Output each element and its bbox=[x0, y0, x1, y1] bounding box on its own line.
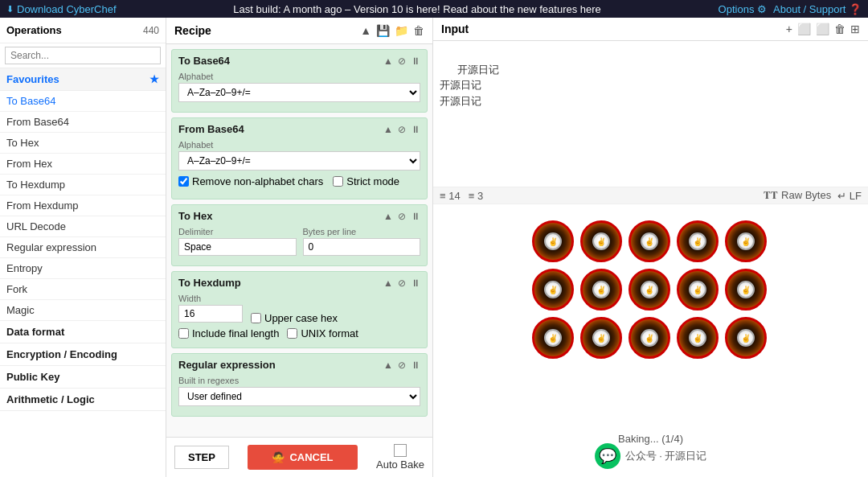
strict-mode-checkbox[interactable]: Strict mode bbox=[333, 175, 399, 187]
search-input[interactable] bbox=[5, 47, 161, 64]
op-from-base64-alphabet-field: Alphabet A–Za–z0–9+/= bbox=[178, 140, 420, 171]
sidebar-item-from-base64[interactable]: From Base64 bbox=[0, 112, 166, 133]
op-to-base64-alphabet-select[interactable]: A–Za–z0–9+/= bbox=[178, 83, 420, 102]
donut-8 bbox=[628, 269, 670, 310]
about-link[interactable]: About / Support ❓ bbox=[773, 3, 862, 15]
op-regex-built-in-select[interactable]: User defined bbox=[178, 387, 420, 406]
op-from-base64-header: From Base64 ▲ ⊘ ⏸ bbox=[178, 123, 420, 135]
minimize-icon[interactable]: ⬜ bbox=[797, 23, 811, 35]
cancel-button[interactable]: 🙅 CANCEL bbox=[248, 445, 357, 470]
chevron-up-icon[interactable]: ▲ bbox=[383, 124, 393, 135]
sidebar-item-to-hexdump[interactable]: To Hexdump bbox=[0, 175, 166, 195]
sidebar-category-data-format[interactable]: Data format bbox=[0, 321, 166, 343]
sidebar-category-encryption[interactable]: Encryption / Encoding bbox=[0, 343, 166, 366]
sidebar-item-magic[interactable]: Magic bbox=[0, 300, 166, 321]
chevron-up-icon[interactable]: ▲ bbox=[360, 24, 371, 37]
op-regex: Regular expression ▲ ⊘ ⏸ Built in regexe… bbox=[171, 353, 428, 417]
disable-icon[interactable]: ⊘ bbox=[398, 211, 406, 222]
cancel-emoji-icon: 🙅 bbox=[272, 451, 285, 463]
op-to-base64: To Base64 ▲ ⊘ ⏸ Alphabet A–Za–z0–9+/= bbox=[171, 49, 428, 113]
donut-11 bbox=[532, 317, 574, 359]
sidebar-item-to-base64[interactable]: To Base64 bbox=[0, 91, 166, 112]
pause-icon[interactable]: ⏸ bbox=[411, 124, 420, 135]
pause-icon[interactable]: ⏸ bbox=[411, 56, 420, 67]
pause-icon[interactable]: ⏸ bbox=[411, 211, 420, 222]
trash-icon[interactable]: 🗑 bbox=[413, 24, 424, 37]
favourites-star-icon: ★ bbox=[149, 73, 159, 85]
sidebar-count: 440 bbox=[143, 25, 159, 36]
op-to-hex-bpl-input[interactable] bbox=[303, 238, 421, 256]
recipe-title: Recipe bbox=[174, 24, 211, 37]
sidebar-item-from-hexdump[interactable]: From Hexdump bbox=[0, 195, 166, 216]
build-info: Last build: A month ago – Version 10 is … bbox=[233, 3, 600, 15]
op-to-base64-header: To Base64 ▲ ⊘ ⏸ bbox=[178, 55, 420, 67]
disable-icon[interactable]: ⊘ bbox=[398, 360, 406, 371]
donut-3 bbox=[628, 220, 670, 262]
upper-case-hex-checkbox[interactable]: Upper case hex bbox=[251, 312, 338, 324]
folder-icon[interactable]: 📁 bbox=[395, 24, 408, 37]
pause-icon[interactable]: ⏸ bbox=[411, 360, 420, 371]
op-to-hexdump-width-input[interactable] bbox=[178, 305, 243, 323]
op-to-hex-delimiter-field: Delimiter bbox=[178, 227, 297, 256]
pause-icon[interactable]: ⏸ bbox=[411, 278, 420, 289]
op-to-base64-title: To Base64 bbox=[178, 55, 230, 67]
recipe-footer: STEP 🙅 CANCEL Auto Bake bbox=[166, 437, 432, 477]
output-area: Baking... (1/4) 💬 公众号 · 开源日记 bbox=[433, 204, 868, 477]
auto-bake-checkbox[interactable] bbox=[394, 444, 407, 457]
format-label[interactable]: 𝐓𝐓 Raw Bytes bbox=[764, 189, 831, 202]
disable-icon[interactable]: ⊘ bbox=[398, 278, 406, 289]
input-textarea[interactable]: 开源日记 开源日记 开源日记 bbox=[433, 41, 868, 187]
op-to-hex-bytesperline-field: Bytes per line bbox=[303, 227, 421, 256]
input-title: Input bbox=[441, 23, 469, 35]
op-to-hexdump-row1: Width Upper case hex bbox=[178, 294, 420, 327]
trash-icon[interactable]: 🗑 bbox=[834, 23, 845, 35]
op-from-base64-alphabet-select[interactable]: A–Za–z0–9+/= bbox=[178, 151, 420, 171]
line-end-label[interactable]: ↵ LF bbox=[837, 190, 862, 202]
sidebar-item-entropy[interactable]: Entropy bbox=[0, 258, 166, 279]
chevron-up-icon[interactable]: ▲ bbox=[383, 278, 393, 289]
op-from-base64-alphabet-label: Alphabet bbox=[178, 140, 420, 150]
sidebar-item-fork[interactable]: Fork bbox=[0, 279, 166, 300]
unix-format-checkbox[interactable]: UNIX format bbox=[287, 327, 358, 339]
sidebar-search-container bbox=[0, 43, 166, 68]
op-from-base64: From Base64 ▲ ⊘ ⏸ Alphabet A–Za–z0–9+/= bbox=[171, 117, 428, 199]
op-to-hex-delimiter-input[interactable] bbox=[178, 238, 297, 256]
remove-non-alpha-checkbox[interactable]: Remove non-alphabet chars bbox=[178, 175, 323, 187]
chevron-up-icon[interactable]: ▲ bbox=[383, 211, 393, 222]
auto-bake-area[interactable]: Auto Bake bbox=[376, 444, 424, 471]
chevron-up-icon[interactable]: ▲ bbox=[383, 56, 393, 67]
op-to-hex-fields: Delimiter Bytes per line bbox=[178, 227, 420, 261]
top-bar: ⬇ Download CyberChef Last build: A month… bbox=[0, 0, 868, 18]
sidebar-items: Favourites ★ To Base64 From Base64 To He… bbox=[0, 68, 166, 477]
sidebar-item-url-decode[interactable]: URL Decode bbox=[0, 216, 166, 237]
donut-14 bbox=[677, 317, 719, 359]
add-input-icon[interactable]: + bbox=[786, 23, 792, 35]
sidebar-category-arithmetic[interactable]: Arithmetic / Logic bbox=[0, 389, 166, 411]
op-from-base64-title: From Base64 bbox=[178, 123, 244, 135]
split-icon[interactable]: ⬜ bbox=[816, 23, 829, 35]
op-to-hexdump-width-field: Width bbox=[178, 294, 243, 323]
donut-12 bbox=[580, 317, 622, 359]
disable-icon[interactable]: ⊘ bbox=[398, 56, 406, 67]
sidebar-category-public-key[interactable]: Public Key bbox=[0, 366, 166, 389]
op-to-base64-alphabet-field: Alphabet A–Za–z0–9+/= bbox=[178, 72, 420, 102]
sidebar-item-to-hex[interactable]: To Hex bbox=[0, 133, 166, 154]
donut-7 bbox=[580, 269, 622, 310]
sidebar-item-regex[interactable]: Regular expression bbox=[0, 237, 166, 258]
op-to-hex-bpl-label: Bytes per line bbox=[303, 227, 421, 236]
chevron-up-icon[interactable]: ▲ bbox=[383, 360, 393, 371]
op-to-hexdump-width-label: Width bbox=[178, 294, 243, 303]
step-button[interactable]: STEP bbox=[174, 446, 229, 469]
include-final-length-checkbox[interactable]: Include final length bbox=[178, 327, 279, 339]
download-link[interactable]: ⬇ Download CyberChef bbox=[6, 3, 117, 15]
favourites-header[interactable]: Favourites ★ bbox=[0, 68, 166, 91]
save-icon[interactable]: 💾 bbox=[376, 24, 390, 37]
top-nav: Options ⚙ About / Support ❓ bbox=[719, 3, 862, 15]
disable-icon[interactable]: ⊘ bbox=[398, 124, 406, 135]
input-status-bar: ≡ 14 ≡ 3 𝐓𝐓 Raw Bytes ↵ LF bbox=[433, 187, 868, 204]
donut-10 bbox=[725, 269, 767, 310]
op-to-hex-title: To Hex bbox=[178, 210, 212, 222]
options-link[interactable]: Options ⚙ bbox=[719, 3, 767, 15]
sidebar-item-from-hex[interactable]: From Hex bbox=[0, 154, 166, 175]
tiles-icon[interactable]: ⊞ bbox=[850, 23, 860, 35]
